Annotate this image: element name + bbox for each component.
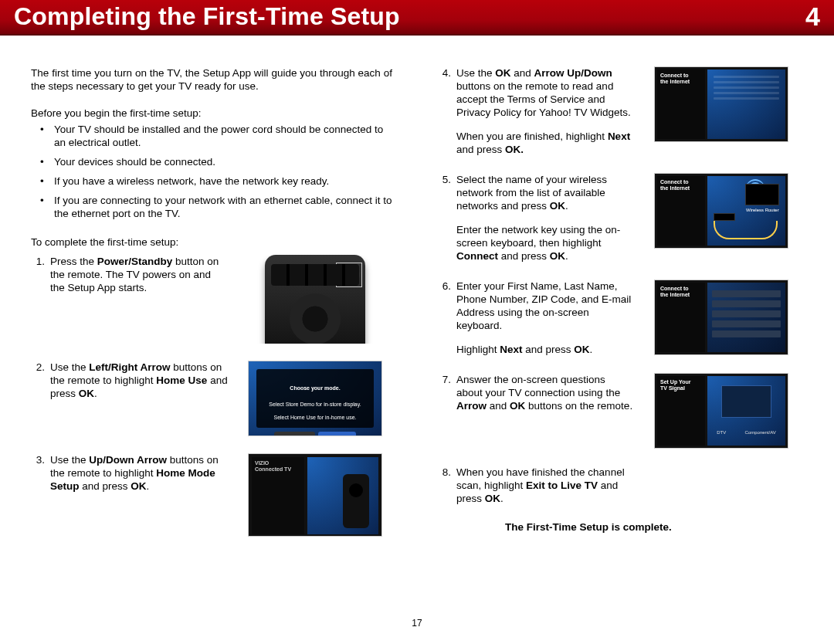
step-body: Enter the network key using the on-scree… bbox=[456, 223, 634, 263]
bullet: Your TV should be installed and the powe… bbox=[51, 123, 392, 149]
step-body: When you have finished the channel scan,… bbox=[456, 466, 634, 505]
step-3: 3. Use the Up/Down Arrow buttons on the … bbox=[31, 453, 392, 537]
store-mode-button: Store Mode bbox=[274, 432, 314, 436]
step-2: 2. Use the Left/Right Arrow buttons on t… bbox=[31, 361, 392, 436]
figure-terms: Connect to the Internet bbox=[654, 66, 788, 142]
cable-icon bbox=[714, 221, 778, 239]
step-body: Enter your First Name, Last Name, Phone … bbox=[456, 280, 634, 332]
step-number: 5. bbox=[437, 173, 451, 186]
sidebar-title: Connect to the Internet bbox=[657, 283, 705, 301]
chapter-number: 4 bbox=[805, 0, 820, 32]
mode-line: Select Store Demo for in-store display. bbox=[256, 398, 374, 411]
step-body: Press the Power/Standby button on the re… bbox=[50, 255, 228, 294]
input-label: DTV bbox=[717, 426, 726, 439]
step-number: 4. bbox=[437, 66, 451, 80]
step-body: When you are finished, highlight Next an… bbox=[456, 130, 634, 156]
to-complete-heading: To complete the first-time setup: bbox=[31, 236, 392, 249]
before-heading: Before you begin the first-time setup: bbox=[31, 107, 392, 120]
left-column: The first time you turn on the TV, the S… bbox=[31, 66, 392, 554]
dpad-icon bbox=[290, 293, 341, 344]
content: The first time you turn on the TV, the S… bbox=[0, 36, 834, 554]
figure-user-info: Connect to the Internet bbox=[654, 280, 788, 355]
page-number: 17 bbox=[0, 618, 834, 629]
bullet: If you are connecting to your network wi… bbox=[51, 194, 392, 220]
step-body: Select the name of your wireless network… bbox=[456, 173, 634, 212]
steps-left: 1. Press the Power/Standby button on the… bbox=[31, 255, 392, 554]
power-button-icon bbox=[341, 266, 358, 283]
step-6: 6. Enter your First Name, Last Name, Pho… bbox=[437, 280, 798, 356]
steps-right: 4. Use the OK and Arrow Up/Down buttons … bbox=[437, 66, 798, 513]
completion-text: The First-Time Setup is complete. bbox=[505, 520, 798, 534]
tv-icon bbox=[745, 184, 779, 205]
sidebar-title: Connect to the Internet bbox=[657, 176, 705, 195]
step-body: Use the Up/Down Arrow buttons on the rem… bbox=[50, 453, 228, 493]
right-column: 4. Use the OK and Arrow Up/Down buttons … bbox=[437, 66, 798, 554]
step-4: 4. Use the OK and Arrow Up/Down buttons … bbox=[437, 66, 798, 156]
sidebar-title: Set Up Your TV Signal bbox=[657, 376, 705, 395]
home-use-button: Home Use bbox=[318, 432, 356, 436]
step-body: Answer the on-screen questions about you… bbox=[456, 373, 634, 412]
mode-header: Choose your mode. bbox=[256, 381, 374, 395]
wireless-router-label: Wireless Router bbox=[746, 204, 779, 217]
step-body: Use the Left/Right Arrow buttons on the … bbox=[50, 361, 228, 400]
bullet: Your devices should be connected. bbox=[51, 155, 392, 168]
remote-input-label: INPUT bbox=[276, 270, 294, 283]
step-number: 8. bbox=[437, 466, 451, 479]
step-7: 7. Answer the on-screen questions about … bbox=[437, 373, 798, 449]
step-number: 7. bbox=[437, 373, 451, 386]
step-number: 2. bbox=[31, 361, 45, 374]
step-5: 5. Select the name of your wireless netw… bbox=[437, 173, 798, 263]
intro-text: The first time you turn on the TV, the S… bbox=[31, 66, 392, 93]
chapter-header: Completing the First-Time Setup 4 bbox=[0, 0, 834, 36]
remote-icon bbox=[343, 474, 369, 528]
figure-connected-tv: VIZIO Connected TV bbox=[248, 453, 382, 537]
step-number: 6. bbox=[437, 280, 451, 293]
sidebar-title: VIZIO Connected TV bbox=[252, 457, 304, 476]
mode-line: Select Home Use for in-home use. bbox=[256, 411, 374, 424]
step-1: 1. Press the Power/Standby button on the… bbox=[31, 255, 392, 344]
step-number: 1. bbox=[31, 255, 45, 268]
step-body: Highlight Next and press OK. bbox=[456, 343, 634, 356]
step-8: 8. When you have finished the channel sc… bbox=[437, 466, 798, 505]
before-bullets: Your TV should be installed and the powe… bbox=[31, 123, 392, 226]
sidebar-title: Connect to the Internet bbox=[657, 69, 705, 88]
step-body: Use the OK and Arrow Up/Down buttons on … bbox=[456, 66, 634, 119]
step-number: 3. bbox=[31, 453, 45, 466]
router-icon bbox=[714, 213, 735, 221]
input-label: Component/AV bbox=[745, 426, 776, 439]
bullet: If you have a wireless network, have the… bbox=[51, 175, 392, 188]
highlight-box bbox=[336, 263, 362, 287]
figure-remote-power: INPUT bbox=[248, 255, 382, 344]
tv-screen-icon bbox=[721, 385, 771, 418]
figure-network: Connect to the Internet Wireless Router bbox=[654, 173, 788, 249]
page-title: Completing the First-Time Setup bbox=[14, 0, 400, 32]
figure-tv-signal: Set Up Your TV Signal DTV Component/AV bbox=[654, 373, 788, 449]
figure-mode-select: Choose your mode. Select Store Demo for … bbox=[248, 361, 382, 436]
